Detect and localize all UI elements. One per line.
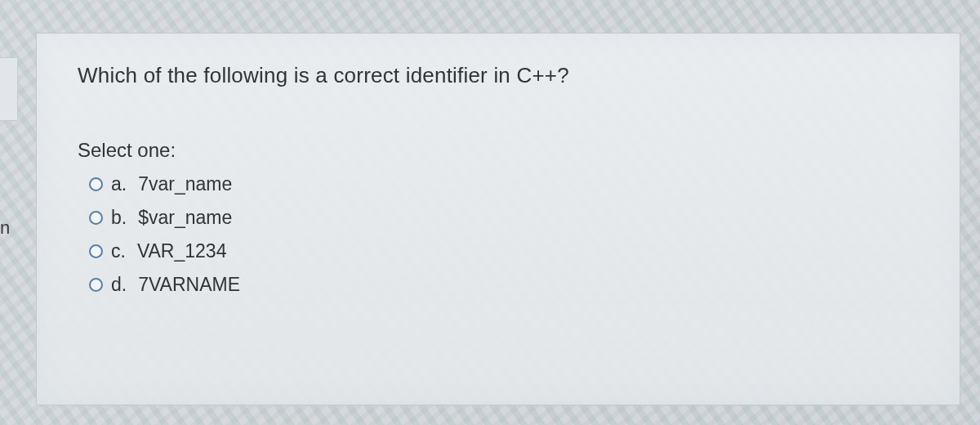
sidebar-block	[0, 57, 18, 121]
options-list: a. 7var_name b. $var_name c. VAR_1234 d.…	[89, 173, 919, 296]
option-letter: d.	[111, 274, 127, 296]
radio-icon[interactable]	[89, 211, 103, 225]
option-text: 7VARNAME	[138, 274, 240, 296]
radio-icon[interactable]	[89, 177, 103, 191]
sidebar-cut-letter: n	[0, 217, 10, 239]
select-one-label: Select one:	[78, 139, 919, 162]
option-text: VAR_1234	[137, 240, 227, 262]
option-d[interactable]: d. 7VARNAME	[89, 274, 919, 296]
radio-icon[interactable]	[89, 278, 103, 292]
option-letter: c.	[111, 240, 126, 262]
question-card: Which of the following is a correct iden…	[36, 33, 960, 405]
option-c[interactable]: c. VAR_1234	[89, 240, 919, 262]
radio-icon[interactable]	[89, 244, 103, 258]
option-b[interactable]: b. $var_name	[89, 207, 919, 229]
option-text: 7var_name	[138, 173, 232, 195]
option-text: $var_name	[138, 207, 232, 229]
option-a[interactable]: a. 7var_name	[89, 173, 919, 195]
option-letter: b.	[111, 207, 127, 229]
option-letter: a.	[111, 173, 127, 195]
question-text: Which of the following is a correct iden…	[78, 63, 919, 88]
